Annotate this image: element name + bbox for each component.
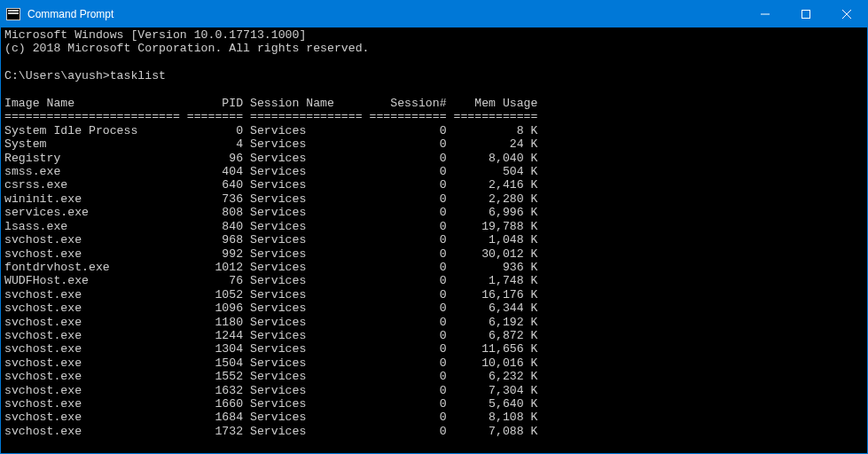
titlebar[interactable]: C:\ Command Prompt: [1, 1, 867, 27]
minimize-button[interactable]: [745, 1, 786, 27]
minimize-icon: [761, 10, 770, 19]
svg-rect-1: [802, 11, 810, 19]
maximize-icon: [802, 10, 810, 19]
cmd-icon: C:\: [1, 1, 26, 27]
close-button[interactable]: [826, 1, 867, 27]
window-title: Command Prompt: [26, 8, 745, 20]
close-icon: [842, 10, 851, 19]
command-prompt-window: C:\ Command Prompt Microsoft Windows [Ve…: [0, 0, 868, 454]
terminal-output[interactable]: Microsoft Windows [Version 10.0.17713.10…: [1, 27, 867, 453]
window-controls: [745, 1, 867, 27]
maximize-button[interactable]: [786, 1, 826, 27]
